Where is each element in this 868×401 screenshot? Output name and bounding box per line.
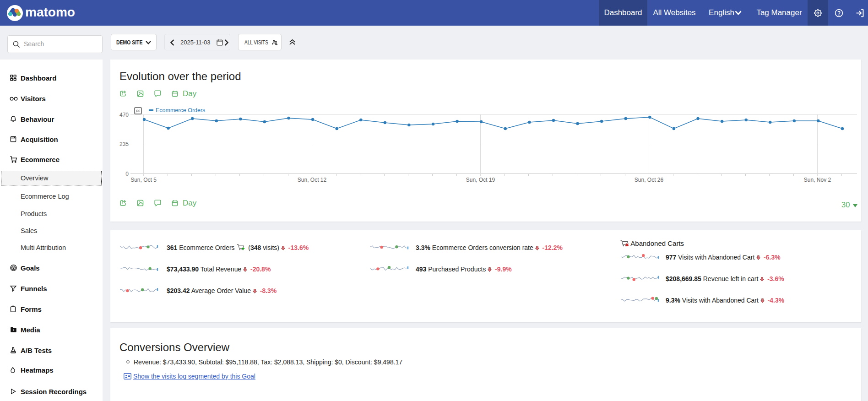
svg-text:Sun, Oct 5: Sun, Oct 5 (130, 177, 157, 183)
svg-text:470: 470 (119, 112, 129, 118)
svg-text:235: 235 (119, 141, 129, 147)
svg-text:Sun, Oct 19: Sun, Oct 19 (466, 177, 495, 183)
svg-text:Sun, Oct 26: Sun, Oct 26 (635, 177, 664, 183)
svg-text:Sun, Nov 2: Sun, Nov 2 (804, 177, 831, 183)
svg-text:Sun, Oct 12: Sun, Oct 12 (298, 177, 327, 183)
svg-text:0: 0 (125, 171, 129, 177)
